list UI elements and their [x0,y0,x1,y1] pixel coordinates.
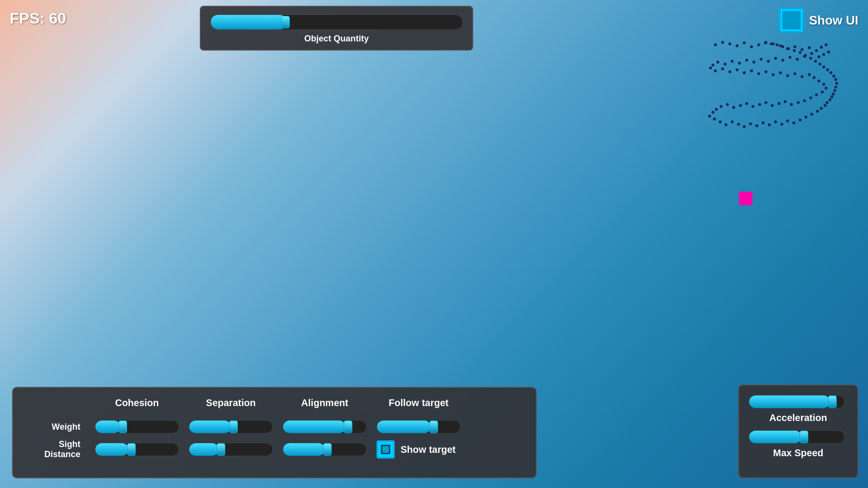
magenta-target [739,192,752,205]
cohesion-weight-fill [95,421,120,433]
object-quantity-slider[interactable] [210,14,463,30]
checkbox-icon [380,444,391,455]
object-quantity-thumb[interactable] [281,16,290,28]
separation-sight-fill [189,443,219,456]
empty-header [27,397,85,413]
separation-sight-thumb[interactable] [217,443,225,456]
show-target-label: Show target [401,444,455,455]
alignment-header: Alignment [283,397,367,409]
acceleration-label: Acceleration [749,412,848,423]
alignment-weight-slider[interactable] [283,420,367,434]
particle-cloud: (function() { const container = document… [704,39,849,173]
separation-weight-thumb[interactable] [229,421,238,433]
cohesion-header: Cohesion [95,397,179,409]
max-speed-thumb[interactable] [800,431,808,443]
svg-rect-2 [789,24,794,25]
svg-rect-1 [787,16,796,22]
cohesion-sight-slider[interactable] [95,443,179,456]
separation-weight-fill [189,421,231,433]
separation-header: Separation [189,397,273,409]
svg-rect-4 [382,446,389,453]
alignment-weight-fill [283,421,346,433]
acceleration-fill [749,396,830,408]
ui-icon-svg [784,13,799,27]
cohesion-sight-thumb[interactable] [127,443,136,456]
show-target-area: Show target [376,440,461,459]
follow-weight-thumb[interactable] [429,421,438,433]
cohesion-weight-slider[interactable] [95,420,179,434]
right-control-panel: Acceleration Max Speed [738,384,858,478]
object-quantity-fill [211,15,286,29]
max-speed-fill [749,431,802,443]
alignment-sight-slider[interactable] [283,443,367,456]
show-ui-button[interactable]: Show UI [779,8,858,33]
object-quantity-label: Object Quantity [210,34,463,44]
acceleration-slider[interactable] [749,395,845,409]
sight-distance-row: Sight Distance Show target [27,439,521,460]
panel-headers: Cohesion Separation Alignment Follow tar… [27,397,521,413]
bottom-control-panel: Cohesion Separation Alignment Follow tar… [12,387,537,478]
show-ui-icon[interactable] [779,8,804,33]
alignment-weight-thumb[interactable] [344,421,352,433]
follow-weight-fill [377,421,431,433]
svg-rect-0 [785,15,798,24]
max-speed-slider[interactable] [749,430,845,444]
alignment-sight-thumb[interactable] [323,443,332,456]
cohesion-sight-fill [95,443,129,456]
separation-weight-slider[interactable] [189,420,273,434]
show-ui-label: Show UI [809,13,858,28]
cohesion-weight-thumb[interactable] [118,421,127,433]
separation-sight-slider[interactable] [189,443,273,456]
acceleration-thumb[interactable] [828,396,837,408]
max-speed-label: Max Speed [749,448,848,459]
fps-counter: FPS: 60 [10,10,66,27]
follow-weight-slider[interactable] [376,420,461,434]
weight-label: Weight [27,422,85,432]
alignment-sight-fill [283,443,325,456]
sight-distance-label: Sight Distance [27,439,85,460]
object-quantity-panel: Object Quantity [200,6,473,51]
show-target-checkbox[interactable] [376,440,395,459]
follow-target-header: Follow target [376,397,461,409]
weight-row: Weight [27,420,521,434]
